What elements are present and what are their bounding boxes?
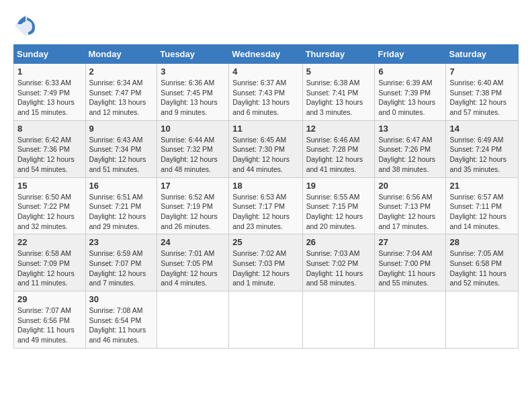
day-info: Sunrise: 6:40 AM Sunset: 7:38 PM Dayligh… bbox=[449, 78, 515, 118]
calendar-cell: 10Sunrise: 6:44 AM Sunset: 7:32 PM Dayli… bbox=[157, 120, 229, 177]
page-header bbox=[13, 13, 519, 38]
day-info: Sunrise: 6:36 AM Sunset: 7:45 PM Dayligh… bbox=[161, 78, 225, 118]
day-info: Sunrise: 6:55 AM Sunset: 7:15 PM Dayligh… bbox=[306, 192, 371, 232]
day-number: 3 bbox=[161, 66, 225, 77]
day-info: Sunrise: 6:57 AM Sunset: 7:11 PM Dayligh… bbox=[449, 192, 515, 232]
calendar-cell bbox=[375, 291, 446, 349]
logo bbox=[13, 13, 40, 38]
day-number: 27 bbox=[378, 237, 442, 247]
day-number: 7 bbox=[449, 66, 515, 77]
day-info: Sunrise: 6:51 AM Sunset: 7:21 PM Dayligh… bbox=[89, 192, 154, 232]
calendar-cell: 17Sunrise: 6:52 AM Sunset: 7:19 PM Dayli… bbox=[157, 177, 229, 234]
day-info: Sunrise: 7:01 AM Sunset: 7:05 PM Dayligh… bbox=[161, 248, 225, 288]
header-cell-saturday: Saturday bbox=[446, 45, 519, 64]
calendar-cell: 24Sunrise: 7:01 AM Sunset: 7:05 PM Dayli… bbox=[157, 234, 229, 291]
calendar-cell bbox=[229, 291, 302, 349]
day-number: 18 bbox=[232, 181, 298, 191]
day-number: 29 bbox=[17, 294, 82, 304]
calendar-cell bbox=[446, 291, 519, 349]
calendar-cell: 28Sunrise: 7:05 AM Sunset: 6:58 PM Dayli… bbox=[446, 234, 519, 291]
header-cell-thursday: Thursday bbox=[302, 45, 375, 64]
calendar-cell: 8Sunrise: 6:42 AM Sunset: 7:36 PM Daylig… bbox=[14, 120, 86, 177]
day-info: Sunrise: 6:46 AM Sunset: 7:28 PM Dayligh… bbox=[306, 135, 371, 175]
calendar-cell: 2Sunrise: 6:34 AM Sunset: 7:47 PM Daylig… bbox=[85, 64, 157, 121]
day-number: 28 bbox=[449, 237, 515, 247]
day-info: Sunrise: 6:43 AM Sunset: 7:34 PM Dayligh… bbox=[89, 135, 154, 175]
day-info: Sunrise: 6:42 AM Sunset: 7:36 PM Dayligh… bbox=[17, 135, 82, 175]
day-number: 8 bbox=[17, 124, 82, 134]
day-info: Sunrise: 6:56 AM Sunset: 7:13 PM Dayligh… bbox=[378, 192, 442, 232]
calendar-cell: 18Sunrise: 6:53 AM Sunset: 7:17 PM Dayli… bbox=[229, 177, 302, 234]
day-info: Sunrise: 6:44 AM Sunset: 7:32 PM Dayligh… bbox=[161, 135, 225, 175]
calendar-cell: 27Sunrise: 7:04 AM Sunset: 7:00 PM Dayli… bbox=[375, 234, 446, 291]
day-info: Sunrise: 7:07 AM Sunset: 6:56 PM Dayligh… bbox=[17, 306, 82, 345]
day-number: 22 bbox=[17, 237, 82, 247]
calendar-week-3: 15Sunrise: 6:50 AM Sunset: 7:22 PM Dayli… bbox=[14, 177, 519, 234]
calendar-cell: 15Sunrise: 6:50 AM Sunset: 7:22 PM Dayli… bbox=[14, 177, 86, 234]
day-number: 21 bbox=[449, 181, 515, 191]
calendar-cell: 30Sunrise: 7:08 AM Sunset: 6:54 PM Dayli… bbox=[85, 291, 157, 349]
day-info: Sunrise: 6:37 AM Sunset: 7:43 PM Dayligh… bbox=[232, 78, 298, 118]
day-info: Sunrise: 6:58 AM Sunset: 7:09 PM Dayligh… bbox=[17, 248, 82, 288]
calendar-cell: 5Sunrise: 6:38 AM Sunset: 7:41 PM Daylig… bbox=[302, 64, 375, 121]
day-number: 10 bbox=[161, 124, 225, 134]
calendar-cell: 12Sunrise: 6:46 AM Sunset: 7:28 PM Dayli… bbox=[302, 120, 375, 177]
header-cell-wednesday: Wednesday bbox=[229, 45, 302, 64]
day-info: Sunrise: 6:52 AM Sunset: 7:19 PM Dayligh… bbox=[161, 192, 225, 232]
day-number: 25 bbox=[232, 237, 298, 247]
day-info: Sunrise: 6:47 AM Sunset: 7:26 PM Dayligh… bbox=[378, 135, 442, 175]
day-number: 30 bbox=[89, 294, 154, 304]
day-info: Sunrise: 7:02 AM Sunset: 7:03 PM Dayligh… bbox=[232, 248, 298, 288]
calendar-cell: 13Sunrise: 6:47 AM Sunset: 7:26 PM Dayli… bbox=[375, 120, 446, 177]
calendar-cell: 20Sunrise: 6:56 AM Sunset: 7:13 PM Dayli… bbox=[375, 177, 446, 234]
calendar-cell: 3Sunrise: 6:36 AM Sunset: 7:45 PM Daylig… bbox=[157, 64, 229, 121]
calendar-cell: 6Sunrise: 6:39 AM Sunset: 7:39 PM Daylig… bbox=[375, 64, 446, 121]
calendar-cell: 16Sunrise: 6:51 AM Sunset: 7:21 PM Dayli… bbox=[85, 177, 157, 234]
calendar-cell: 22Sunrise: 6:58 AM Sunset: 7:09 PM Dayli… bbox=[14, 234, 86, 291]
day-number: 4 bbox=[232, 66, 298, 77]
logo-icon bbox=[13, 13, 38, 38]
calendar-cell: 19Sunrise: 6:55 AM Sunset: 7:15 PM Dayli… bbox=[302, 177, 375, 234]
day-number: 24 bbox=[161, 237, 225, 247]
calendar-cell: 1Sunrise: 6:33 AM Sunset: 7:49 PM Daylig… bbox=[14, 64, 86, 121]
header-cell-monday: Monday bbox=[85, 45, 157, 64]
calendar-cell: 23Sunrise: 6:59 AM Sunset: 7:07 PM Dayli… bbox=[85, 234, 157, 291]
header-row: SundayMondayTuesdayWednesdayThursdayFrid… bbox=[14, 45, 519, 64]
day-info: Sunrise: 6:59 AM Sunset: 7:07 PM Dayligh… bbox=[89, 248, 154, 288]
calendar-cell: 25Sunrise: 7:02 AM Sunset: 7:03 PM Dayli… bbox=[229, 234, 302, 291]
calendar-cell: 29Sunrise: 7:07 AM Sunset: 6:56 PM Dayli… bbox=[14, 291, 86, 349]
calendar-week-1: 1Sunrise: 6:33 AM Sunset: 7:49 PM Daylig… bbox=[14, 64, 519, 121]
day-info: Sunrise: 6:39 AM Sunset: 7:39 PM Dayligh… bbox=[378, 78, 442, 118]
calendar-cell bbox=[302, 291, 375, 349]
day-info: Sunrise: 7:04 AM Sunset: 7:00 PM Dayligh… bbox=[378, 248, 442, 288]
day-number: 13 bbox=[378, 124, 442, 134]
calendar-table: SundayMondayTuesdayWednesdayThursdayFrid… bbox=[13, 44, 519, 349]
day-number: 1 bbox=[17, 66, 82, 77]
calendar-cell: 14Sunrise: 6:49 AM Sunset: 7:24 PM Dayli… bbox=[446, 120, 519, 177]
day-info: Sunrise: 6:34 AM Sunset: 7:47 PM Dayligh… bbox=[89, 78, 154, 118]
day-info: Sunrise: 6:50 AM Sunset: 7:22 PM Dayligh… bbox=[17, 192, 82, 232]
day-info: Sunrise: 7:08 AM Sunset: 6:54 PM Dayligh… bbox=[89, 306, 154, 345]
day-info: Sunrise: 6:45 AM Sunset: 7:30 PM Dayligh… bbox=[232, 135, 298, 175]
calendar-week-2: 8Sunrise: 6:42 AM Sunset: 7:36 PM Daylig… bbox=[14, 120, 519, 177]
day-number: 17 bbox=[161, 181, 225, 191]
day-info: Sunrise: 6:49 AM Sunset: 7:24 PM Dayligh… bbox=[449, 135, 515, 175]
calendar-cell: 4Sunrise: 6:37 AM Sunset: 7:43 PM Daylig… bbox=[229, 64, 302, 121]
calendar-cell: 9Sunrise: 6:43 AM Sunset: 7:34 PM Daylig… bbox=[85, 120, 157, 177]
calendar-cell: 26Sunrise: 7:03 AM Sunset: 7:02 PM Dayli… bbox=[302, 234, 375, 291]
day-number: 5 bbox=[306, 66, 371, 77]
calendar-cell: 21Sunrise: 6:57 AM Sunset: 7:11 PM Dayli… bbox=[446, 177, 519, 234]
day-number: 16 bbox=[89, 181, 154, 191]
calendar-cell bbox=[157, 291, 229, 349]
day-number: 26 bbox=[306, 237, 371, 247]
day-number: 6 bbox=[378, 66, 442, 77]
day-info: Sunrise: 7:05 AM Sunset: 6:58 PM Dayligh… bbox=[449, 248, 515, 288]
day-info: Sunrise: 6:38 AM Sunset: 7:41 PM Dayligh… bbox=[306, 78, 371, 118]
day-number: 20 bbox=[378, 181, 442, 191]
calendar-week-5: 29Sunrise: 7:07 AM Sunset: 6:56 PM Dayli… bbox=[14, 291, 519, 349]
header-cell-tuesday: Tuesday bbox=[157, 45, 229, 64]
day-number: 2 bbox=[89, 66, 154, 77]
day-info: Sunrise: 6:53 AM Sunset: 7:17 PM Dayligh… bbox=[232, 192, 298, 232]
day-info: Sunrise: 6:33 AM Sunset: 7:49 PM Dayligh… bbox=[17, 78, 82, 118]
calendar-week-4: 22Sunrise: 6:58 AM Sunset: 7:09 PM Dayli… bbox=[14, 234, 519, 291]
